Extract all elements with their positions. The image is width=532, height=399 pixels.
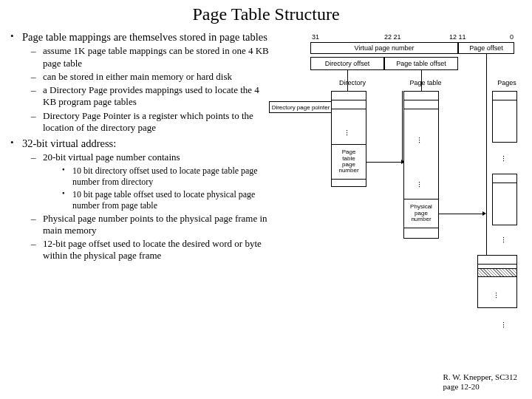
bullets-column: Page table mappings are themselves store… (0, 30, 273, 351)
dots-icon: ··· (495, 292, 497, 299)
bit-12-11-label: 12 11 (449, 33, 466, 41)
pages-block-2 (492, 174, 517, 225)
pt-to-pages-arrow (439, 214, 483, 214)
page-table-diagram: 31 22 21 12 11 0 Virtual page number Pag… (273, 33, 525, 351)
bullet-2-sub-1: 20-bit virtual page number contains 10 b… (22, 151, 273, 211)
directory-label: Directory (334, 79, 371, 86)
dots-icon: ··· (502, 236, 505, 243)
content-area: Page table mappings are themselves store… (0, 30, 532, 351)
page-offset-box: Page offset (458, 42, 514, 54)
dots-icon: ··· (502, 155, 505, 162)
bullet-2-sub-2: Physical page number points to the physi… (22, 213, 273, 237)
pages-block-1 (492, 91, 517, 143)
bullet-1-sub-3: Directory Page Pointer is a register whi… (22, 110, 273, 134)
bullet-2-sub-1-sub-0: 10 bit directory offset used to locate p… (43, 166, 273, 188)
bullet-2-sub-1-sub-1: 10 bit page table offset used to locate … (43, 189, 273, 211)
page-offset-arrow (486, 54, 487, 261)
dir-to-pagetable-vline (402, 91, 403, 162)
bit-22-21-label: 22 21 (384, 33, 401, 41)
bullet-2-text: 32-bit virtual address: (22, 137, 116, 149)
slide-title: Page Table Structure (0, 0, 532, 30)
dots-icon: ··· (418, 181, 420, 188)
bit-0-label: 0 (510, 33, 514, 41)
target-word-highlight (477, 268, 517, 277)
bit-31-label: 31 (312, 33, 319, 41)
dir-to-pagetable-arrow (366, 162, 402, 163)
footer-line-1: R. W. Knepper, SC312 (443, 372, 517, 382)
bullet-1-sub-2: a Directory Page provides mappings used … (22, 84, 273, 109)
dots-icon: ··· (346, 129, 348, 136)
dots-icon: ··· (502, 321, 505, 328)
bullet-1: Page table mappings are themselves store… (10, 30, 273, 134)
physical-page-number-cell: Physical page number (403, 199, 439, 228)
page-table-offset-box: Page table offset (384, 57, 458, 70)
page-table-label: Page table (405, 79, 446, 86)
bullet-1-text: Page table mappings are themselves store… (22, 31, 267, 43)
pages-label: Pages (494, 79, 520, 86)
diagram-column: 31 22 21 12 11 0 Virtual page number Pag… (273, 30, 532, 351)
footer-line-2: page 12-20 (443, 382, 517, 392)
directory-offset-box: Directory offset (310, 57, 384, 70)
bullet-1-sub-1: can be stored in either main memory or h… (22, 71, 273, 83)
dots-icon: ··· (418, 137, 420, 143)
directory-page-pointer-box: Directory page pointer (269, 101, 332, 113)
bullet-2-sub-3: 12-bit page offset used to locate the de… (22, 238, 273, 262)
virtual-page-number-box: Virtual page number (310, 42, 458, 54)
target-page-block (477, 255, 517, 308)
bullet-2-sub-1-text: 20-bit virtual page number contains (43, 151, 180, 163)
bullet-2: 32-bit virtual address: 20-bit virtual p… (10, 137, 273, 262)
slide-footer: R. W. Knepper, SC312 page 12-20 (443, 372, 517, 392)
bullet-1-sub-0: assume 1K page table mappings can be sto… (22, 45, 273, 69)
page-table-page-number-cell: Page table page number (331, 144, 366, 180)
